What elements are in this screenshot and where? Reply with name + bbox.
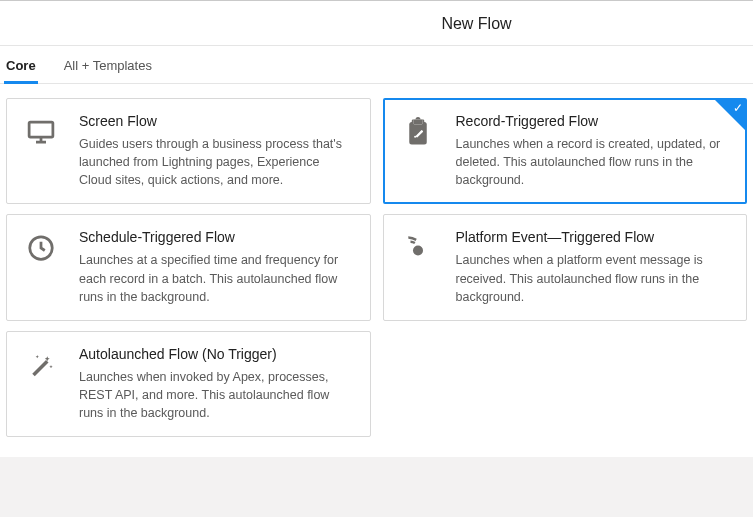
clipboard-icon	[394, 113, 442, 157]
svg-rect-0	[29, 122, 53, 137]
card-title: Screen Flow	[79, 113, 356, 129]
card-title: Record-Triggered Flow	[456, 113, 733, 129]
card-platform-event-triggered-flow[interactable]: Platform Event—Triggered Flow Launches w…	[383, 214, 748, 320]
wand-icon	[17, 346, 65, 390]
card-desc: Launches when a platform event message i…	[456, 251, 733, 305]
tab-core[interactable]: Core	[6, 58, 36, 83]
card-schedule-triggered-flow[interactable]: Schedule-Triggered Flow Launches at a sp…	[6, 214, 371, 320]
card-title: Platform Event—Triggered Flow	[456, 229, 733, 245]
flow-type-grid: Screen Flow Guides users through a busin…	[0, 84, 753, 457]
clock-icon	[17, 229, 65, 273]
monitor-icon	[17, 113, 65, 157]
card-desc: Launches when invoked by Apex, processes…	[79, 368, 356, 422]
card-desc: Launches at a specified time and frequen…	[79, 251, 356, 305]
svg-point-8	[413, 246, 423, 256]
modal-header: New Flow	[0, 1, 753, 46]
svg-point-6	[414, 136, 416, 138]
tab-bar: Core All + Templates	[0, 46, 753, 84]
antenna-icon	[394, 229, 442, 273]
card-autolaunched-flow[interactable]: Autolaunched Flow (No Trigger) Launches …	[6, 331, 371, 437]
card-title: Schedule-Triggered Flow	[79, 229, 356, 245]
svg-rect-5	[413, 120, 422, 125]
card-desc: Launches when a record is created, updat…	[456, 135, 733, 189]
footer-bar	[0, 457, 753, 517]
tab-all-templates[interactable]: All + Templates	[64, 58, 152, 83]
card-record-triggered-flow[interactable]: ✓ Record-Triggered Flow Launches when a …	[383, 98, 748, 204]
modal-title: New Flow	[0, 15, 753, 33]
card-title: Autolaunched Flow (No Trigger)	[79, 346, 356, 362]
check-icon: ✓	[733, 101, 743, 115]
card-desc: Guides users through a business process …	[79, 135, 356, 189]
card-screen-flow[interactable]: Screen Flow Guides users through a busin…	[6, 98, 371, 204]
